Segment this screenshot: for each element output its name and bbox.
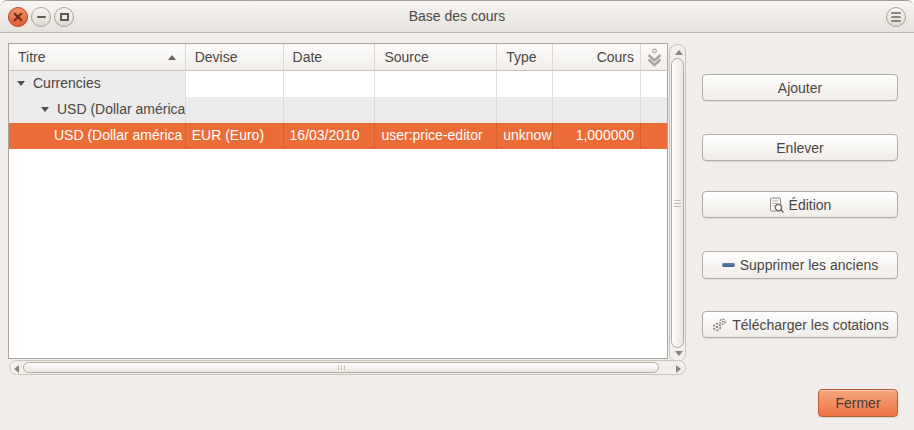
vertical-scrollbar-thumb[interactable] [671, 58, 684, 348]
sort-ascending-icon [168, 55, 176, 60]
thumb-grip [674, 200, 681, 207]
cell-type: unknown [497, 123, 553, 149]
horizontal-scrollbar-thumb[interactable] [23, 362, 659, 373]
get-quotes-button[interactable]: Télécharger les cotations [702, 311, 898, 338]
cell-devise: EUR (Euro) [186, 123, 284, 149]
column-header-titre[interactable]: Titre [9, 44, 186, 71]
expander-icon[interactable] [41, 107, 49, 112]
column-header-cours[interactable]: Cours [553, 44, 641, 71]
titlebar[interactable]: Base des cours [0, 1, 914, 33]
table-header: Titre Devise Date Source Type Cours [9, 44, 667, 71]
add-button[interactable]: Ajouter [702, 74, 898, 101]
thumb-grip [338, 365, 345, 370]
scroll-down-icon[interactable] [675, 351, 683, 356]
table-row-selected[interactable]: USD (Dollar américa EUR (Euro) 16/03/201… [9, 123, 667, 149]
column-header-type[interactable]: Type [497, 44, 553, 71]
vertical-scrollbar[interactable] [669, 44, 686, 362]
price-table: Titre Devise Date Source Type Cours Curr… [8, 43, 668, 359]
column-options-icon [646, 48, 663, 67]
window-title: Base des cours [0, 1, 914, 33]
document-edit-icon [769, 197, 784, 213]
cell-source: user:price-editor [375, 123, 497, 149]
horizontal-scrollbar[interactable] [9, 360, 686, 375]
column-header-devise[interactable]: Devise [186, 44, 284, 71]
close-dialog-button[interactable]: Fermer [818, 389, 898, 417]
gears-icon [711, 317, 727, 333]
remove-old-button[interactable]: Supprimer les anciens [702, 251, 898, 279]
price-database-dialog: Base des cours Titre Devise Date Source … [0, 0, 914, 430]
column-header-source[interactable]: Source [375, 44, 497, 71]
row-title: USD (Dollar américain [57, 97, 186, 122]
scroll-right-icon[interactable] [676, 365, 681, 373]
column-header-date[interactable]: Date [284, 44, 376, 71]
cell-cours: 1,000000 [553, 123, 641, 149]
table-row[interactable]: Currencies [9, 71, 667, 97]
table-row[interactable]: USD (Dollar américain [9, 97, 667, 123]
window-menu-button[interactable] [886, 7, 906, 27]
minus-icon [722, 263, 735, 267]
remove-button[interactable]: Enlever [702, 134, 898, 161]
edit-button[interactable]: Édition [702, 191, 898, 218]
cell-date: 16/03/2010 [284, 123, 376, 149]
scroll-up-icon[interactable] [675, 50, 683, 55]
scroll-left-icon[interactable] [14, 365, 19, 373]
column-options-header[interactable] [641, 44, 667, 71]
row-title: USD (Dollar américa [54, 123, 182, 148]
row-title: Currencies [33, 71, 101, 96]
menu-icon [891, 12, 901, 22]
expander-icon[interactable] [17, 81, 25, 86]
